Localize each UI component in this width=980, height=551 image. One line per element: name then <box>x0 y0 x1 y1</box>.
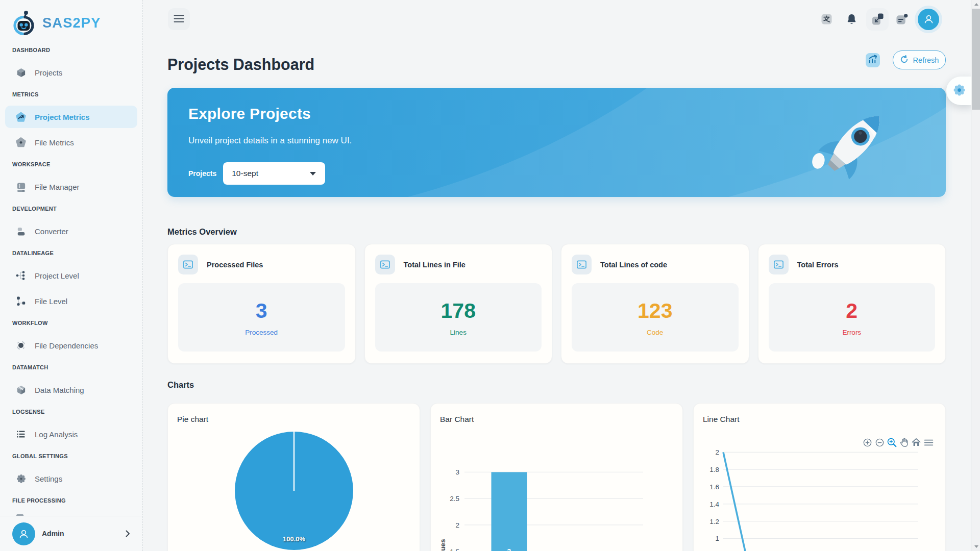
hero-subtitle: Unveil project details in a stunning new… <box>188 136 352 146</box>
scrollbar-thumb[interactable] <box>972 9 980 110</box>
rocket-illustration <box>811 106 888 183</box>
page-title: Projects Dashboard <box>167 56 314 73</box>
metric-card-errors: Total Errors 2 Errors <box>758 244 946 364</box>
sidebar-item-label: File Dependencies <box>35 341 98 350</box>
metric-card-title: Processed Files <box>207 261 263 269</box>
sidebar-item-label: Project Level <box>35 271 79 280</box>
terminal-icon <box>178 255 198 274</box>
sidebar-item-label: File Manager <box>35 183 80 191</box>
projects-select[interactable]: 10-sept <box>223 162 325 185</box>
sidebar-toggle-button[interactable] <box>168 8 190 30</box>
translate-icon[interactable] <box>821 14 832 24</box>
metrics-heading: Metrics Overview <box>167 227 946 236</box>
sidebar-item-project-metrics[interactable]: Project Metrics <box>5 106 137 128</box>
metric-card-header: Total Errors <box>769 255 936 274</box>
tree-icon <box>15 270 27 281</box>
nav-section-workflow: WORKFLOW <box>12 320 130 327</box>
metric-card-code: Total Lines of code 123 Code <box>561 244 749 364</box>
user-avatar[interactable] <box>918 9 939 30</box>
scrollbar-down-arrow[interactable] <box>972 542 980 551</box>
sidebar-item-label: Converter <box>35 227 68 236</box>
sidebar-item-file-manager[interactable]: File Manager <box>5 176 137 198</box>
hero-banner: Explore Projects Unveil project details … <box>167 88 946 197</box>
analytics-button[interactable] <box>866 53 880 67</box>
nav-section-workspace: WORKSPACE <box>12 161 130 168</box>
pie-chart-plot[interactable]: 100.0% <box>168 404 421 551</box>
admin-avatar <box>12 522 35 545</box>
svg-text:2: 2 <box>455 521 459 529</box>
page-scrollbar[interactable] <box>971 0 980 551</box>
refresh-button[interactable]: Refresh <box>893 51 946 69</box>
sidebar-item-project-level[interactable]: Project Level <box>5 264 137 287</box>
metric-card-processed: Processed Files 3 Processed <box>167 244 356 364</box>
chart-card-bar: Bar Chart32.521.510.503Values <box>430 403 683 551</box>
metric-value: 123 <box>638 299 672 323</box>
terminal-icon <box>375 255 395 274</box>
settings-drawer-button[interactable] <box>946 77 972 105</box>
sidebar-item-projects[interactable]: Projects <box>5 61 137 84</box>
toolbar-box-zoom-icon[interactable] <box>886 436 898 448</box>
gear-icon <box>15 473 27 484</box>
nav-section-dashboard: DASHBOARD <box>12 47 130 54</box>
metric-card-panel: 123 Code <box>572 283 739 352</box>
metric-card-header: Total Lines of code <box>572 255 739 274</box>
messages-icon[interactable] <box>896 13 908 26</box>
topbar <box>167 8 946 30</box>
metric-label: Errors <box>842 329 861 336</box>
sidebar-item-data-matching[interactable]: Data Matching <box>5 379 137 401</box>
fullscreen-exit-icon[interactable] <box>866 8 889 31</box>
chart-card-line: Line Chart21.81.61.41.210.80.60.40.2 <box>693 403 946 551</box>
sidebar-item-log-analysis[interactable]: Log Analysis <box>5 423 137 445</box>
metric-label: Code <box>647 329 663 336</box>
robot-logo-icon <box>12 10 36 36</box>
metric-label: Lines <box>450 329 467 336</box>
svg-text:1.4: 1.4 <box>709 500 719 508</box>
metric-card-header: Total Lines in File <box>375 255 542 274</box>
hero-controls: Projects 10-sept <box>188 162 325 185</box>
app-title: SAS2PY <box>42 15 101 31</box>
metric-card-header: Processed Files <box>178 255 345 274</box>
scrollbar-up-arrow[interactable] <box>972 0 980 9</box>
sidebar-item-converter[interactable]: Converter <box>5 220 137 242</box>
toolbar-menu-icon[interactable] <box>922 436 935 448</box>
nav-section-metrics: METRICS <box>12 91 130 98</box>
svg-text:1.5: 1.5 <box>450 548 459 551</box>
nav-section-datalineage: DATALINEAGE <box>12 250 130 257</box>
sidebar-item-label: Settings <box>35 474 62 483</box>
pentagon-dot-icon <box>15 137 27 148</box>
toolbar-zoom-out-icon[interactable] <box>873 436 886 448</box>
metric-card-lines: Total Lines in File 178 Lines <box>364 244 553 364</box>
line-chart-plot[interactable]: 21.81.61.41.210.80.60.40.2 <box>694 404 946 551</box>
sidebar-item-settings[interactable]: Settings <box>5 467 137 490</box>
toolbar-pan-icon[interactable] <box>898 436 910 448</box>
notifications-bell-icon[interactable] <box>846 13 857 26</box>
settings-gear-icon <box>952 83 966 98</box>
charts-heading: Charts <box>167 380 946 389</box>
bar-chart-plot[interactable]: 32.521.510.503Values <box>431 404 683 551</box>
sidebar-item-file-metrics[interactable]: File Metrics <box>5 131 137 154</box>
svg-text:3: 3 <box>455 468 459 476</box>
package-icon <box>15 384 27 395</box>
metric-value: 3 <box>256 299 267 323</box>
sidebar-item-hidden[interactable] <box>5 512 137 516</box>
svg-text:Values: Values <box>439 539 447 551</box>
sidebar: SAS2PY DASHBOARD ProjectsMETRICS Project… <box>0 0 143 551</box>
projects-select-label: Projects <box>188 169 216 178</box>
sidebar-item-file-dependencies[interactable]: File Dependencies <box>5 334 137 357</box>
sidebar-footer-admin[interactable]: Admin <box>0 516 142 551</box>
caret-down-icon <box>310 172 316 176</box>
svg-text:1.8: 1.8 <box>709 466 719 473</box>
svg-text:1: 1 <box>715 535 719 542</box>
sidebar-item-label: Log Analysis <box>35 430 78 439</box>
refresh-label: Refresh <box>913 56 939 64</box>
graph-icon <box>15 295 27 307</box>
sidebar-item-label: File Metrics <box>35 138 74 147</box>
toolbar-zoom-in-icon[interactable] <box>861 436 873 448</box>
chart-card-pie: Pie chart100.0% <box>167 403 420 551</box>
nav-section-development: DEVELOPMENT <box>12 206 130 213</box>
sidebar-item-file-level[interactable]: File Level <box>5 290 137 312</box>
toolbar-home-icon[interactable] <box>910 436 922 448</box>
list-icon <box>15 429 27 440</box>
projects-select-value: 10-sept <box>232 169 258 178</box>
converter-icon <box>15 226 27 237</box>
